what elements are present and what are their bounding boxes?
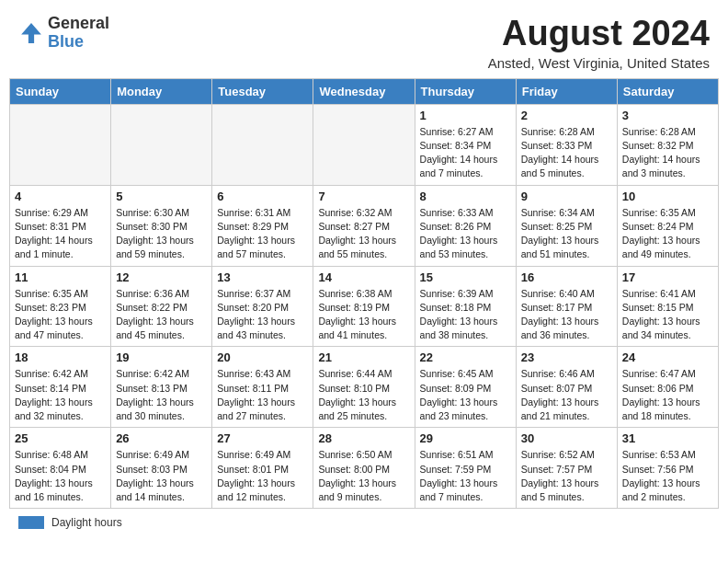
day-info: Sunrise: 6:28 AM Sunset: 8:33 PM Dayligh… (521, 125, 612, 181)
day-info: Sunrise: 6:41 AM Sunset: 8:15 PM Dayligh… (622, 287, 713, 343)
day-number: 12 (116, 270, 207, 284)
day-of-week-row: SundayMondayTuesdayWednesdayThursdayFrid… (10, 78, 719, 104)
day-info: Sunrise: 6:52 AM Sunset: 7:57 PM Dayligh… (521, 448, 612, 504)
day-number: 17 (622, 270, 713, 284)
day-number: 6 (217, 190, 308, 203)
calendar-cell: 3Sunrise: 6:28 AM Sunset: 8:32 PM Daylig… (617, 104, 718, 185)
calendar-cell: 23Sunrise: 6:46 AM Sunset: 8:07 PM Dayli… (516, 347, 617, 428)
calendar-cell: 20Sunrise: 6:43 AM Sunset: 8:11 PM Dayli… (212, 347, 313, 428)
calendar-table: SundayMondayTuesdayWednesdayThursdayFrid… (9, 78, 719, 509)
day-info: Sunrise: 6:33 AM Sunset: 8:26 PM Dayligh… (420, 206, 511, 262)
day-number: 15 (420, 270, 511, 284)
day-number: 3 (622, 109, 713, 122)
calendar-cell (111, 104, 212, 185)
dow-header: Thursday (415, 78, 516, 104)
dow-header: Tuesday (212, 78, 313, 104)
calendar-cell: 16Sunrise: 6:40 AM Sunset: 8:17 PM Dayli… (516, 266, 617, 347)
month-title: August 2024 (488, 15, 710, 53)
calendar-week-row: 11Sunrise: 6:35 AM Sunset: 8:23 PM Dayli… (10, 266, 719, 347)
calendar-cell: 7Sunrise: 6:32 AM Sunset: 8:27 PM Daylig… (313, 185, 415, 266)
day-info: Sunrise: 6:35 AM Sunset: 8:24 PM Dayligh… (622, 206, 713, 262)
day-number: 28 (318, 431, 409, 445)
logo-general: General (48, 15, 109, 33)
calendar-week-row: 1Sunrise: 6:27 AM Sunset: 8:34 PM Daylig… (10, 104, 719, 185)
calendar-cell: 22Sunrise: 6:45 AM Sunset: 8:09 PM Dayli… (415, 347, 516, 428)
day-info: Sunrise: 6:44 AM Sunset: 8:10 PM Dayligh… (318, 367, 409, 423)
day-info: Sunrise: 6:40 AM Sunset: 8:17 PM Dayligh… (521, 287, 612, 343)
dow-header: Saturday (617, 78, 718, 104)
day-info: Sunrise: 6:34 AM Sunset: 8:25 PM Dayligh… (521, 206, 612, 262)
calendar-cell: 31Sunrise: 6:53 AM Sunset: 7:56 PM Dayli… (617, 428, 718, 509)
calendar-cell: 29Sunrise: 6:51 AM Sunset: 7:59 PM Dayli… (415, 428, 516, 509)
location: Ansted, West Virginia, United States (488, 55, 710, 71)
day-number: 19 (116, 350, 207, 364)
calendar-cell: 26Sunrise: 6:49 AM Sunset: 8:03 PM Dayli… (111, 428, 212, 509)
logo-icon (18, 20, 44, 46)
day-info: Sunrise: 6:39 AM Sunset: 8:18 PM Dayligh… (420, 287, 511, 343)
calendar-cell: 19Sunrise: 6:42 AM Sunset: 8:13 PM Dayli… (111, 347, 212, 428)
day-number: 30 (521, 431, 612, 445)
title-block: August 2024 Ansted, West Virginia, Unite… (488, 15, 710, 71)
calendar-cell: 13Sunrise: 6:37 AM Sunset: 8:20 PM Dayli… (212, 266, 313, 347)
calendar-cell: 1Sunrise: 6:27 AM Sunset: 8:34 PM Daylig… (415, 104, 516, 185)
dow-header: Friday (516, 78, 617, 104)
day-info: Sunrise: 6:38 AM Sunset: 8:19 PM Dayligh… (318, 287, 409, 343)
day-number: 13 (217, 270, 308, 284)
day-info: Sunrise: 6:42 AM Sunset: 8:14 PM Dayligh… (15, 367, 106, 423)
day-number: 10 (622, 190, 713, 203)
calendar-cell: 6Sunrise: 6:31 AM Sunset: 8:29 PM Daylig… (212, 185, 313, 266)
day-info: Sunrise: 6:50 AM Sunset: 8:00 PM Dayligh… (318, 448, 409, 504)
legend-box (18, 516, 44, 529)
day-number: 27 (217, 431, 308, 445)
svg-marker-0 (21, 23, 41, 43)
calendar-cell: 15Sunrise: 6:39 AM Sunset: 8:18 PM Dayli… (415, 266, 516, 347)
calendar-cell: 2Sunrise: 6:28 AM Sunset: 8:33 PM Daylig… (516, 104, 617, 185)
dow-header: Wednesday (313, 78, 415, 104)
day-info: Sunrise: 6:36 AM Sunset: 8:22 PM Dayligh… (116, 287, 207, 343)
day-number: 8 (420, 190, 511, 203)
day-info: Sunrise: 6:49 AM Sunset: 8:01 PM Dayligh… (217, 448, 308, 504)
day-info: Sunrise: 6:29 AM Sunset: 8:31 PM Dayligh… (15, 206, 106, 262)
dow-header: Sunday (10, 78, 111, 104)
day-info: Sunrise: 6:27 AM Sunset: 8:34 PM Dayligh… (420, 125, 511, 181)
calendar-cell: 17Sunrise: 6:41 AM Sunset: 8:15 PM Dayli… (617, 266, 718, 347)
day-info: Sunrise: 6:35 AM Sunset: 8:23 PM Dayligh… (15, 287, 106, 343)
day-number: 24 (622, 350, 713, 364)
calendar-cell (10, 104, 111, 185)
day-number: 7 (318, 190, 409, 203)
calendar-cell: 12Sunrise: 6:36 AM Sunset: 8:22 PM Dayli… (111, 266, 212, 347)
day-number: 29 (420, 431, 511, 445)
legend: Daylight hours (0, 509, 728, 536)
day-info: Sunrise: 6:43 AM Sunset: 8:11 PM Dayligh… (217, 367, 308, 423)
day-info: Sunrise: 6:53 AM Sunset: 7:56 PM Dayligh… (622, 448, 713, 504)
dow-header: Monday (111, 78, 212, 104)
calendar-cell: 18Sunrise: 6:42 AM Sunset: 8:14 PM Dayli… (10, 347, 111, 428)
calendar-body: 1Sunrise: 6:27 AM Sunset: 8:34 PM Daylig… (10, 104, 719, 508)
day-info: Sunrise: 6:47 AM Sunset: 8:06 PM Dayligh… (622, 367, 713, 423)
day-number: 20 (217, 350, 308, 364)
calendar-cell (313, 104, 415, 185)
calendar-week-row: 18Sunrise: 6:42 AM Sunset: 8:14 PM Dayli… (10, 347, 719, 428)
day-info: Sunrise: 6:32 AM Sunset: 8:27 PM Dayligh… (318, 206, 409, 262)
calendar-cell: 24Sunrise: 6:47 AM Sunset: 8:06 PM Dayli… (617, 347, 718, 428)
logo: General Blue (18, 15, 109, 52)
day-info: Sunrise: 6:37 AM Sunset: 8:20 PM Dayligh… (217, 287, 308, 343)
day-number: 26 (116, 431, 207, 445)
calendar-cell: 30Sunrise: 6:52 AM Sunset: 7:57 PM Dayli… (516, 428, 617, 509)
day-number: 11 (15, 270, 106, 284)
day-number: 23 (521, 350, 612, 364)
page-header: General Blue August 2024 Ansted, West Vi… (0, 0, 728, 78)
calendar-cell (212, 104, 313, 185)
calendar-cell: 9Sunrise: 6:34 AM Sunset: 8:25 PM Daylig… (516, 185, 617, 266)
day-number: 14 (318, 270, 409, 284)
day-info: Sunrise: 6:42 AM Sunset: 8:13 PM Dayligh… (116, 367, 207, 423)
calendar-cell: 27Sunrise: 6:49 AM Sunset: 8:01 PM Dayli… (212, 428, 313, 509)
calendar-cell: 5Sunrise: 6:30 AM Sunset: 8:30 PM Daylig… (111, 185, 212, 266)
day-number: 31 (622, 431, 713, 445)
calendar-cell: 28Sunrise: 6:50 AM Sunset: 8:00 PM Dayli… (313, 428, 415, 509)
calendar-cell: 4Sunrise: 6:29 AM Sunset: 8:31 PM Daylig… (10, 185, 111, 266)
calendar-cell: 25Sunrise: 6:48 AM Sunset: 8:04 PM Dayli… (10, 428, 111, 509)
day-number: 2 (521, 109, 612, 122)
day-number: 16 (521, 270, 612, 284)
day-number: 4 (15, 190, 106, 203)
